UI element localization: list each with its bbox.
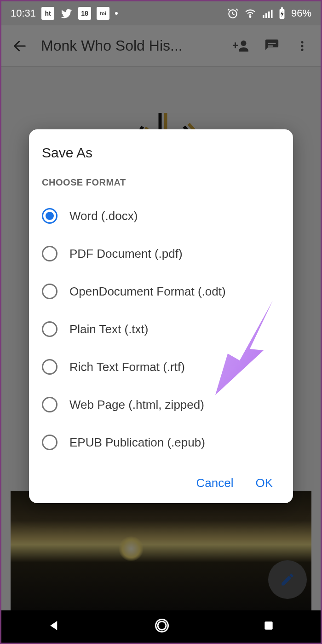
svg-rect-19: [263, 15, 264, 18]
cancel-button[interactable]: Cancel: [196, 476, 233, 490]
radio-icon: [42, 208, 58, 224]
twitter-icon: [60, 7, 73, 20]
radio-icon: [42, 321, 58, 337]
svg-point-18: [250, 16, 251, 17]
status-bar: 10:31 ht 18 toi 96%: [1, 1, 321, 25]
alarm-icon: [227, 7, 239, 19]
wifi-icon: [244, 7, 256, 19]
option-label: PDF Document (.pdf): [69, 247, 183, 261]
format-option-txt[interactable]: Plain Text (.txt): [42, 310, 280, 348]
ok-button[interactable]: OK: [255, 476, 273, 490]
dialog-subtitle: CHOOSE FORMAT: [42, 177, 280, 188]
save-as-dialog: Save As CHOOSE FORMAT Word (.docx) PDF D…: [29, 129, 293, 503]
svg-point-27: [158, 621, 166, 630]
notif-18-icon: 18: [78, 7, 91, 20]
format-option-html[interactable]: Web Page (.html, zipped): [42, 386, 280, 424]
radio-icon: [42, 246, 58, 261]
format-option-rtf[interactable]: Rich Text Format (.rtf): [42, 348, 280, 386]
notif-more-icon: [115, 12, 118, 15]
svg-rect-28: [264, 621, 272, 629]
nav-home-button[interactable]: [154, 617, 170, 636]
format-option-docx[interactable]: Word (.docx): [42, 197, 280, 235]
battery-icon: [278, 7, 286, 19]
notif-ht-icon: ht: [41, 7, 54, 20]
device-frame: Monk Who Sold His...: [0, 0, 322, 644]
radio-icon: [42, 397, 58, 412]
option-label: Plain Text (.txt): [69, 322, 148, 337]
format-option-pdf[interactable]: PDF Document (.pdf): [42, 235, 280, 273]
radio-icon: [42, 435, 58, 450]
option-label: OpenDocument Format (.odt): [69, 284, 226, 299]
battery-percent: 96%: [291, 7, 311, 19]
svg-rect-22: [271, 10, 273, 18]
navigation-bar: [1, 610, 321, 643]
svg-rect-21: [268, 12, 270, 18]
svg-rect-20: [265, 13, 267, 18]
triangle-back-icon: [47, 619, 61, 632]
option-label: Rich Text Format (.rtf): [69, 360, 185, 374]
svg-rect-24: [281, 7, 283, 9]
format-option-odt[interactable]: OpenDocument Format (.odt): [42, 273, 280, 310]
option-label: Web Page (.html, zipped): [69, 398, 204, 412]
option-label: EPUB Publication (.epub): [69, 435, 205, 450]
clock: 10:31: [11, 7, 36, 19]
radio-icon: [42, 284, 58, 299]
square-recents-icon: [263, 620, 275, 632]
dialog-title: Save As: [42, 145, 280, 161]
dialog-actions: Cancel OK: [42, 473, 280, 493]
option-label: Word (.docx): [69, 209, 138, 223]
signal-icon: [262, 8, 273, 19]
format-option-epub[interactable]: EPUB Publication (.epub): [42, 424, 280, 461]
radio-icon: [42, 359, 58, 375]
nav-recents-button[interactable]: [263, 620, 275, 633]
notif-toi-icon: toi: [97, 7, 109, 20]
circle-home-icon: [154, 617, 170, 634]
nav-back-button[interactable]: [47, 619, 61, 634]
